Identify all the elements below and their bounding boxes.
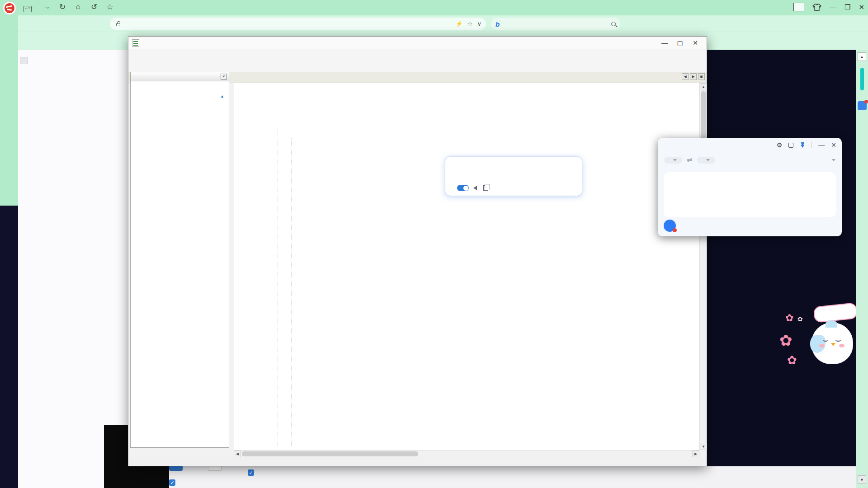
panel-header-icons: ⚙ — ✕ (777, 141, 836, 149)
bing-icon: b (495, 20, 503, 28)
undo-close-icon[interactable]: ↺ (88, 2, 100, 12)
scroll-down-icon[interactable]: ▼ (700, 443, 707, 450)
bird-sticker (811, 323, 853, 364)
tab-scroll-right-icon[interactable]: ▶ (690, 73, 697, 80)
editor-area[interactable] (234, 83, 699, 450)
screen: — ❐ ✕ ← → ↻ ⌂ ↺ ☆ ⚡ ☆ ∨ b ✓ ✓ ✿ ✿ ✿ ✿ (0, 0, 868, 488)
pin-icon[interactable] (800, 142, 805, 148)
close-icon[interactable]: ✕ (831, 141, 836, 149)
file-list-rows (131, 97, 229, 447)
bookmark-star-icon[interactable]: ☆ (467, 20, 473, 27)
minimize-button[interactable]: — (657, 39, 672, 47)
home-icon[interactable]: ⌂ (72, 2, 84, 11)
notepadpp-menu-bar (128, 49, 707, 60)
speaker-icon[interactable] (473, 186, 477, 190)
left-sidebar-dark (0, 206, 18, 488)
browser-logo-icon[interactable] (3, 1, 16, 15)
chevron-down-icon (673, 159, 677, 161)
forum-page-bottom (128, 466, 856, 488)
chevron-down-icon (706, 159, 710, 161)
settings-gear-icon[interactable]: ⚙ (777, 141, 783, 149)
chevron-down-icon (832, 159, 835, 161)
chevron-down-icon[interactable]: ∨ (477, 20, 481, 27)
notepadpp-title-bar[interactable]: — ▢ ✕ (128, 37, 707, 49)
scroll-left-icon[interactable]: ◀ (234, 450, 241, 457)
flower-sticker: ✿ (785, 312, 793, 324)
checkbox-icon[interactable]: ✓ (248, 469, 254, 476)
scrollbar-thumb[interactable] (242, 451, 418, 456)
checkbox-icon[interactable]: ✓ (169, 479, 175, 486)
browser-tab-bar (0, 0, 868, 15)
favorite-star-icon[interactable]: ☆ (104, 2, 116, 12)
restore-window-icon[interactable] (788, 143, 793, 148)
language-row: ⇌ (664, 156, 835, 164)
close-button[interactable]: ✕ (688, 39, 703, 47)
notepadpp-window: — ▢ ✕ ◀ ▶ ▣ × ▲ (128, 36, 707, 466)
indent-guide (291, 138, 292, 446)
tab-scroll-buttons: ◀ ▶ ▣ (682, 73, 705, 80)
search-icon[interactable] (611, 22, 616, 26)
forum-page-left (18, 50, 128, 488)
left-sidebar (0, 15, 18, 206)
scroll-down-icon[interactable]: ▼ (858, 475, 866, 484)
minimize-button[interactable]: — (830, 3, 836, 11)
translate-input[interactable] (664, 172, 836, 217)
side-panel-handle[interactable] (860, 68, 864, 90)
close-icon[interactable]: × (221, 74, 227, 80)
flower-sticker: ✿ (779, 331, 793, 349)
tab-count-badge[interactable] (793, 3, 804, 11)
lock-icon (116, 23, 120, 26)
column-path[interactable] (191, 81, 229, 91)
page-small-icon (20, 57, 28, 64)
copy-icon[interactable] (483, 185, 488, 191)
reply-mail-checkbox[interactable]: ✓ (169, 478, 178, 486)
scroll-up-icon[interactable]: ▲ (700, 83, 707, 90)
notepadpp-toolbar (128, 60, 707, 72)
flower-sticker-small: ✿ (797, 315, 803, 323)
domain-select[interactable] (829, 159, 835, 161)
tab-scroll-left-icon[interactable]: ◀ (682, 73, 689, 80)
file-list-header[interactable]: × (131, 72, 229, 81)
horizontal-scrollbar[interactable]: ◀ ▶ (234, 450, 699, 457)
notification-badge-icon[interactable] (858, 101, 867, 110)
refresh-icon[interactable]: ↻ (57, 2, 68, 12)
close-button[interactable]: ✕ (859, 3, 864, 11)
swap-languages-icon[interactable]: ⇌ (687, 156, 693, 164)
search-box[interactable]: b (491, 18, 620, 30)
new-tab-button[interactable] (246, 3, 257, 14)
translate-tooltip (445, 157, 582, 196)
source-language-select[interactable] (664, 157, 682, 164)
local-image-checkbox[interactable]: ✓ (248, 468, 257, 476)
panel-footer (664, 220, 836, 232)
browser-window-controls: — ❐ ✕ (793, 3, 864, 11)
maximize-button[interactable]: ▢ (672, 39, 688, 47)
notepadpp-icon (132, 39, 139, 47)
forward-icon[interactable]: → (41, 2, 52, 11)
scroll-right-icon[interactable]: ▶ (692, 450, 699, 457)
theme-shirt-icon[interactable] (812, 4, 821, 11)
doc-switcher-icon[interactable]: ▣ (698, 73, 705, 80)
lightning-icon[interactable]: ⚡ (456, 20, 463, 27)
target-language-select[interactable] (697, 157, 715, 164)
address-bar[interactable]: ⚡ ☆ ∨ (110, 18, 486, 30)
translator-logo-icon (664, 220, 676, 232)
forum-page-right-dark (707, 50, 856, 466)
restore-button[interactable]: ❐ (844, 3, 850, 11)
minimize-icon[interactable]: — (818, 141, 825, 149)
column-filename[interactable] (131, 81, 191, 91)
translate-panel: ⚙ — ✕ ⇌ (658, 138, 842, 236)
file-list-panel: × ▲ (130, 72, 229, 448)
indent-guide (278, 129, 278, 450)
flower-sticker: ✿ (787, 353, 797, 367)
sidebar-toggle-icon[interactable] (24, 4, 32, 14)
right-scroll-strip (856, 50, 868, 488)
file-list-columns (131, 81, 229, 91)
notepadpp-status-bar (128, 457, 707, 466)
scroll-up-icon[interactable]: ▲ (858, 52, 866, 61)
hover-translate-toggle[interactable] (457, 185, 469, 191)
